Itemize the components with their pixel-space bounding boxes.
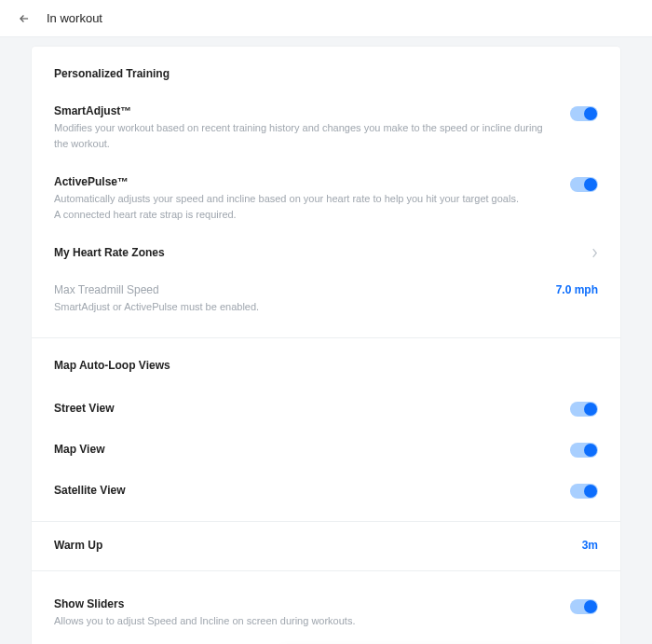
row-map-view: Map View <box>54 432 598 473</box>
row-content: Show Sliders Allows you to adjust Speed … <box>54 597 570 629</box>
map-view-toggle[interactable] <box>570 443 598 458</box>
section-header: Map Auto-Loop Views <box>54 355 598 391</box>
map-view-title: Map View <box>54 443 104 456</box>
row-heart-rate-zones[interactable]: My Heart Rate Zones <box>54 237 598 274</box>
section-header: Personalized Training <box>54 63 598 95</box>
row-satellite-view: Satellite View <box>54 473 598 514</box>
page-title: In workout <box>47 11 102 25</box>
activepulse-title: ActivePulse™ <box>54 175 555 188</box>
satellite-view-title: Satellite View <box>54 484 125 497</box>
activepulse-desc1: Automatically adjusts your speed and inc… <box>54 191 555 207</box>
max-speed-value: 7.0 mph <box>556 283 598 296</box>
heart-rate-zones-title: My Heart Rate Zones <box>54 246 165 259</box>
row-warm-up[interactable]: Warm Up 3m <box>54 529 598 567</box>
row-max-treadmill-speed[interactable]: Max Treadmill Speed SmartAdjust or Activ… <box>54 274 598 330</box>
activepulse-toggle[interactable] <box>570 177 598 192</box>
section-warm-up: Warm Up 3m <box>32 522 620 571</box>
chevron-right-icon <box>591 248 598 258</box>
warm-up-title: Warm Up <box>54 539 102 552</box>
show-sliders-desc: Allows you to adjust Speed and Incline o… <box>54 613 555 629</box>
activepulse-desc2: A connected heart rate strap is required… <box>54 207 555 223</box>
row-content: ActivePulse™ Automatically adjusts your … <box>54 175 570 222</box>
row-activepulse: ActivePulse™ Automatically adjusts your … <box>54 166 598 237</box>
row-show-sliders: Show Sliders Allows you to adjust Speed … <box>54 588 598 644</box>
section-map-views: Map Auto-Loop Views Street View Map View… <box>32 338 620 522</box>
top-bar: In workout <box>0 0 652 37</box>
section-personalized-training: Personalized Training SmartAdjust™ Modif… <box>32 47 620 338</box>
street-view-toggle[interactable] <box>570 402 598 417</box>
show-sliders-toggle[interactable] <box>570 599 598 614</box>
smartadjust-toggle[interactable] <box>570 106 598 121</box>
smartadjust-desc: Modifies your workout based on recent tr… <box>54 120 555 151</box>
max-speed-title: Max Treadmill Speed <box>54 283 541 296</box>
max-speed-desc: SmartAdjust or ActivePulse must be enabl… <box>54 299 541 315</box>
row-street-view: Street View <box>54 391 598 432</box>
street-view-title: Street View <box>54 402 114 415</box>
back-arrow-icon[interactable] <box>17 11 32 26</box>
warm-up-value: 3m <box>582 539 598 552</box>
section-other: Show Sliders Allows you to adjust Speed … <box>32 571 620 645</box>
row-content: SmartAdjust™ Modifies your workout based… <box>54 104 570 151</box>
settings-panel: Personalized Training SmartAdjust™ Modif… <box>32 47 620 644</box>
row-content: Max Treadmill Speed SmartAdjust or Activ… <box>54 283 556 315</box>
row-smartadjust: SmartAdjust™ Modifies your workout based… <box>54 95 598 166</box>
satellite-view-toggle[interactable] <box>570 484 598 499</box>
smartadjust-title: SmartAdjust™ <box>54 104 555 117</box>
show-sliders-title: Show Sliders <box>54 597 555 610</box>
